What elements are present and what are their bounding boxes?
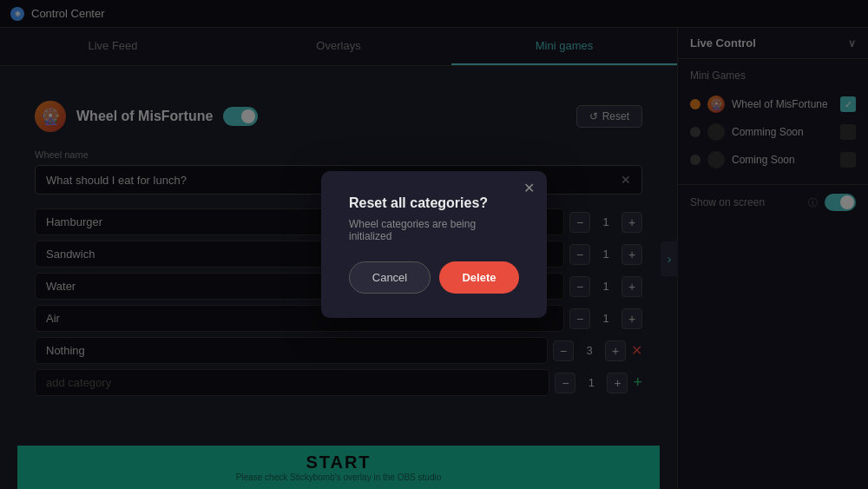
modal-overlay: ✕ Reset all categories? Wheel categories… xyxy=(0,0,868,489)
cancel-button[interactable]: Cancel xyxy=(349,261,431,294)
modal-subtitle: Wheel categories are being initialized xyxy=(349,218,519,242)
modal-title: Reset all categories? xyxy=(349,195,519,211)
modal-buttons: Cancel Delete xyxy=(349,261,519,294)
delete-button[interactable]: Delete xyxy=(439,261,519,294)
reset-modal: ✕ Reset all categories? Wheel categories… xyxy=(321,171,547,318)
modal-close-button[interactable]: ✕ xyxy=(523,182,535,195)
